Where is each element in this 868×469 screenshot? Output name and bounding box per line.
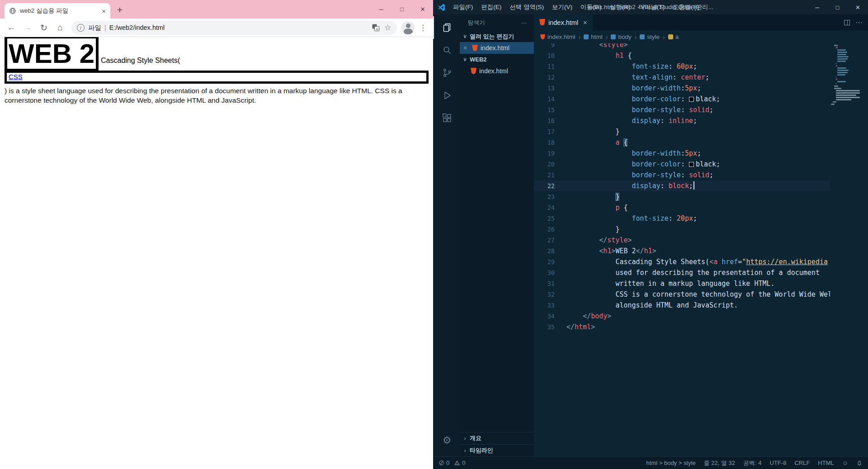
run-debug-icon[interactable] bbox=[433, 84, 460, 107]
code-line-33[interactable]: 33 alongside HTML and JavaScript. bbox=[534, 300, 830, 311]
code-line-9[interactable]: 9 <style> bbox=[534, 43, 830, 50]
code-line-23[interactable]: 23 } bbox=[534, 191, 830, 202]
code-line-12[interactable]: 12 text-align: center; bbox=[534, 72, 830, 83]
code-line-14[interactable]: 14 border-color: black; bbox=[534, 94, 830, 104]
breadcrumb-index.html[interactable]: index.html bbox=[540, 33, 576, 40]
tab-close-icon[interactable]: × bbox=[583, 19, 587, 26]
vscode-minimize-button[interactable]: ─ bbox=[807, 0, 827, 14]
address-bar[interactable]: i 파일 | E:/web2/index.html A ☆ bbox=[71, 21, 397, 35]
problems-errors[interactable]: 0 bbox=[439, 460, 449, 466]
page-info-icon[interactable]: i bbox=[77, 24, 85, 32]
status-encoding[interactable]: UTF-8 bbox=[770, 460, 787, 466]
code-line-16[interactable]: 16 display: inline; bbox=[534, 115, 830, 126]
code-line-15[interactable]: 15 border-style: solid; bbox=[534, 104, 830, 115]
close-editor-icon[interactable]: × bbox=[463, 44, 469, 52]
profile-avatar[interactable] bbox=[401, 21, 415, 34]
code-line-13[interactable]: 13 border-width:5px; bbox=[534, 83, 830, 94]
code-line-31[interactable]: 31 written in a markup language like HTM… bbox=[534, 278, 830, 289]
manage-gear-icon[interactable]: ⚙ bbox=[433, 429, 460, 452]
menu-item[interactable]: 보기(V) bbox=[548, 0, 576, 14]
minimap[interactable] bbox=[831, 43, 862, 456]
open-editors-label: 열려 있는 편집기 bbox=[470, 33, 514, 41]
status-eol[interactable]: CRLF bbox=[794, 460, 810, 466]
menu-item[interactable]: 실행(R) bbox=[606, 0, 635, 14]
menu-item[interactable]: 도움말(H) bbox=[669, 0, 703, 14]
code-line-34[interactable]: 34 </body> bbox=[534, 311, 830, 322]
source-control-icon[interactable] bbox=[433, 62, 460, 84]
folder-section-web2[interactable]: ∨ WEB2 bbox=[460, 54, 534, 65]
browser-maximize-button[interactable]: □ bbox=[392, 0, 412, 19]
menu-item[interactable]: 이동(G) bbox=[576, 0, 606, 14]
browser-navbar: ← → ↻ ⌂ i 파일 | E:/web2/index.html A ☆ bbox=[0, 19, 433, 37]
menu-item[interactable]: 편집(E) bbox=[477, 0, 505, 14]
status-cursor-position[interactable]: 줄 22, 열 32 bbox=[704, 459, 735, 467]
code-editor[interactable]: 9 <style>10 h1 {11 font-size: 60px;12 te… bbox=[534, 43, 868, 456]
code-line-24[interactable]: 24 p { bbox=[534, 202, 830, 213]
notifications-bell-icon[interactable] bbox=[856, 460, 863, 466]
code-line-27[interactable]: 27 </style> bbox=[534, 235, 830, 246]
code-line-17[interactable]: 17 } bbox=[534, 126, 830, 137]
search-icon[interactable] bbox=[433, 39, 460, 62]
explorer-icon[interactable] bbox=[433, 16, 460, 39]
editor-more-icon[interactable]: ⋯ bbox=[855, 18, 863, 27]
problems-warnings[interactable]: 0 bbox=[454, 460, 465, 466]
status-indentation[interactable]: 공백: 4 bbox=[743, 459, 761, 467]
home-icon[interactable]: ⌂ bbox=[52, 20, 68, 35]
code-line-21[interactable]: 21 border-style: solid; bbox=[534, 170, 830, 180]
menu-item[interactable]: 파일(F) bbox=[449, 0, 477, 14]
html-file-icon bbox=[471, 68, 476, 75]
code-line-11[interactable]: 11 font-size: 60px; bbox=[534, 61, 830, 72]
outline-section[interactable]: › 개요 bbox=[460, 432, 534, 444]
timeline-section[interactable]: › 타임라인 bbox=[460, 444, 534, 456]
browser-minimize-button[interactable]: ─ bbox=[371, 0, 392, 19]
open-editors-section[interactable]: ∨ 열려 있는 편집기 bbox=[460, 31, 534, 42]
code-line-32[interactable]: 32 CSS is a cornerstone technology of th… bbox=[534, 289, 830, 300]
reload-icon[interactable]: ↻ bbox=[36, 20, 52, 35]
css-link[interactable]: CSS bbox=[5, 71, 429, 84]
code-line-26[interactable]: 26 } bbox=[534, 224, 830, 235]
code-line-22[interactable]: 22 display: block; bbox=[534, 180, 830, 191]
code-line-29[interactable]: 29 Cascading Style Sheets(<a href="https… bbox=[534, 256, 830, 267]
breadcrumb-style[interactable]: style bbox=[640, 33, 660, 40]
code-line-20[interactable]: 20 border-color: black; bbox=[534, 159, 830, 170]
open-editor-item-indexhtml[interactable]: × index.html bbox=[460, 42, 534, 54]
status-language[interactable]: HTML bbox=[818, 460, 834, 466]
breadcrumb-body[interactable]: body bbox=[611, 33, 631, 40]
vscode-maximize-button[interactable]: □ bbox=[827, 0, 848, 14]
file-item-indexhtml[interactable]: index.html bbox=[460, 65, 534, 77]
code-line-35[interactable]: 35</html> bbox=[534, 322, 830, 332]
back-icon[interactable]: ← bbox=[4, 20, 19, 35]
code-line-10[interactable]: 10 h1 { bbox=[534, 50, 830, 61]
code-line-28[interactable]: 28 <h1>WEB 2</h1> bbox=[534, 246, 830, 256]
browser-tab[interactable]: web2 실습용 파일 × bbox=[5, 3, 110, 19]
tab-close-icon[interactable]: × bbox=[102, 7, 106, 15]
line-number: 32 bbox=[534, 289, 555, 300]
split-editor-icon[interactable] bbox=[844, 20, 850, 25]
code-line-25[interactable]: 25 font-size: 20px; bbox=[534, 213, 830, 224]
browser-menu-icon[interactable]: ⋮ bbox=[416, 23, 429, 33]
color-swatch-icon[interactable] bbox=[689, 162, 694, 167]
feedback-smiley-icon[interactable]: ☺ bbox=[842, 460, 848, 466]
browser-close-button[interactable]: ✕ bbox=[412, 0, 433, 19]
breadcrumb-html[interactable]: html bbox=[584, 33, 603, 40]
menu-item[interactable]: 터미널(T) bbox=[634, 0, 669, 14]
vscode-close-button[interactable]: ✕ bbox=[848, 0, 868, 14]
code-line-19[interactable]: 19 border-width:5px; bbox=[534, 148, 830, 159]
vscode-window: 파일(F)편집(E)선택 영역(S)보기(V)이동(G)실행(R)터미널(T)도… bbox=[433, 0, 868, 469]
extensions-icon[interactable] bbox=[433, 107, 460, 129]
sidebar-more-icon[interactable]: ⋯ bbox=[521, 19, 527, 26]
new-tab-button[interactable]: + bbox=[113, 3, 127, 17]
menu-item[interactable]: 선택 영역(S) bbox=[505, 0, 548, 14]
line-number: 25 bbox=[534, 213, 555, 224]
vscode-logo-icon bbox=[438, 4, 445, 11]
translate-icon[interactable]: A bbox=[372, 24, 380, 32]
color-swatch-icon[interactable] bbox=[689, 97, 694, 102]
tab-indexhtml[interactable]: index.html × bbox=[534, 14, 593, 30]
code-line-18[interactable]: 18 a { bbox=[534, 137, 830, 148]
forward-icon[interactable]: → bbox=[20, 20, 35, 35]
breadcrumb-a[interactable]: a bbox=[668, 33, 679, 40]
status-selection-path[interactable]: html > body > style bbox=[646, 460, 696, 466]
element-icon bbox=[640, 34, 645, 39]
bookmark-star-icon[interactable]: ☆ bbox=[384, 23, 392, 33]
code-line-30[interactable]: 30 used for describing the presentation … bbox=[534, 267, 830, 278]
